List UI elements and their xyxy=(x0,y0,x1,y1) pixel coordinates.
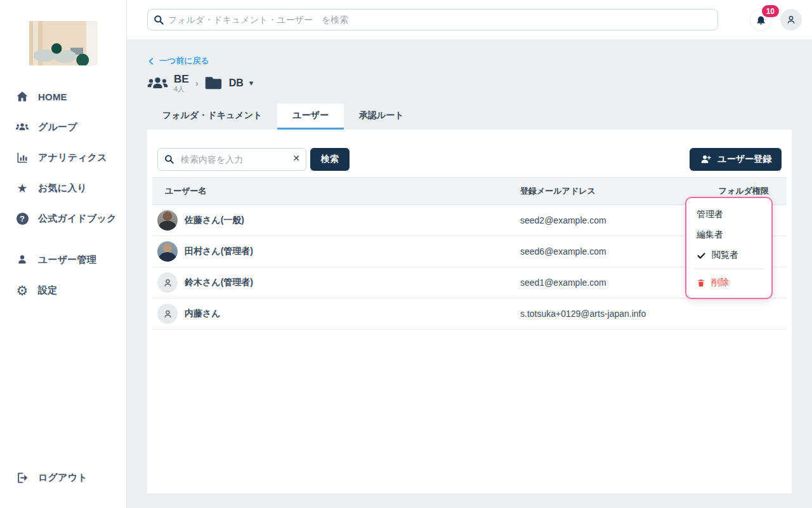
sidebar-nav-main: HOME グループ アナリティクス ★ お気に入り ? 公式ガイドブック xyxy=(0,81,126,234)
users-icon xyxy=(15,121,29,133)
notification-badge: 10 xyxy=(762,5,779,17)
group-member-count: 4人 xyxy=(174,85,189,93)
back-link-label: 一つ前に戻る xyxy=(159,55,209,67)
global-search-input[interactable] xyxy=(147,9,718,30)
tab-users[interactable]: ユーザー xyxy=(277,104,344,130)
user-avatar-placeholder xyxy=(157,304,178,324)
sidebar: HOME グループ アナリティクス ★ お気に入り ? 公式ガイドブック xyxy=(0,0,127,508)
register-user-button[interactable]: ユーザー登録 xyxy=(690,148,782,171)
sidebar-item-label: 設定 xyxy=(38,284,57,297)
permission-menu: 管理者 編集者 閲覧者 削除 xyxy=(685,197,773,299)
column-header-permission: フォルダ権限 xyxy=(698,185,787,197)
global-search xyxy=(147,9,718,30)
user-name: 内藤さん xyxy=(185,308,221,319)
tab-approval-route[interactable]: 承認ルート xyxy=(344,104,419,130)
permission-option-viewer-checked[interactable]: 閲覧者 xyxy=(686,245,771,265)
sidebar-logout: ログアウト xyxy=(0,462,126,493)
sidebar-item-label: ログアウト xyxy=(38,472,88,484)
table-row: 内藤さん s.totsuka+0129@arts-japan.info xyxy=(152,298,787,330)
user-name: 鈴木さん(管理者) xyxy=(185,277,253,288)
person-icon xyxy=(785,14,797,25)
logout-icon xyxy=(15,472,29,484)
user-avatar-placeholder xyxy=(157,272,178,293)
user-avatar xyxy=(157,241,178,262)
search-icon xyxy=(153,14,164,25)
user-icon xyxy=(15,254,29,265)
user-search: ✕ xyxy=(157,148,306,171)
search-icon xyxy=(164,154,174,164)
tabs: フォルダ・ドキュメント ユーザー 承認ルート xyxy=(147,104,792,130)
user-name: 田村さん(管理者) xyxy=(185,246,253,257)
sidebar-item-home[interactable]: HOME xyxy=(0,81,126,112)
clear-icon[interactable]: ✕ xyxy=(292,153,300,163)
user-email: seed2@example.com xyxy=(520,215,698,225)
logo-image xyxy=(29,21,98,65)
users-toolbar: ✕ 検索 ユーザー登録 xyxy=(152,130,787,177)
user-search-input[interactable] xyxy=(157,148,306,171)
group-name: BE xyxy=(174,74,189,86)
chevron-left-icon xyxy=(147,57,155,65)
tab-folders-documents[interactable]: フォルダ・ドキュメント xyxy=(147,104,277,130)
group-icon xyxy=(147,76,168,91)
star-icon: ★ xyxy=(15,182,29,194)
sidebar-item-label: ユーザー管理 xyxy=(38,254,96,266)
home-icon xyxy=(15,90,29,103)
sidebar-item-label: グループ xyxy=(38,121,77,133)
sidebar-item-label: お気に入り xyxy=(38,182,87,194)
permission-option-editor[interactable]: 編集者 xyxy=(686,225,771,245)
permission-option-delete[interactable]: 削除 xyxy=(686,272,771,293)
sidebar-item-guidebook[interactable]: ? 公式ガイドブック xyxy=(0,203,126,234)
user-avatar xyxy=(157,210,178,231)
search-button[interactable]: 検索 xyxy=(310,148,350,171)
top-actions: 10 xyxy=(750,9,802,30)
users-panel: ✕ 検索 ユーザー登録 ユーザー名 登録メールアドレス フォルダ権限 佐 xyxy=(147,130,792,493)
analytics-icon xyxy=(15,151,29,164)
folder-name: DB xyxy=(229,77,244,89)
sidebar-nav-admin: ユーザー管理 ⚙ 設定 xyxy=(0,244,126,305)
permission-option-admin[interactable]: 管理者 xyxy=(686,204,771,225)
chevron-right-icon: › xyxy=(195,77,199,88)
user-email: seed6@example.com xyxy=(520,246,698,257)
user-email: seed1@example.com xyxy=(520,277,698,288)
folder-dropdown-trigger[interactable]: DB ▾ xyxy=(205,76,254,90)
logout-button[interactable]: ログアウト xyxy=(0,462,126,493)
check-icon xyxy=(697,251,706,260)
breadcrumb: BE 4人 › DB ▾ xyxy=(147,74,792,93)
menu-divider xyxy=(694,269,764,269)
sidebar-item-label: HOME xyxy=(38,91,67,102)
help-icon: ? xyxy=(15,213,29,225)
back-link[interactable]: 一つ前に戻る xyxy=(147,55,209,67)
sidebar-item-groups[interactable]: グループ xyxy=(0,112,126,142)
column-header-username: ユーザー名 xyxy=(152,185,520,197)
main-area: 10 一つ前に戻る BE 4人 xyxy=(127,0,812,508)
notifications: 10 xyxy=(750,9,771,30)
column-header-email: 登録メールアドレス xyxy=(520,185,698,197)
breadcrumb-group[interactable]: BE 4人 xyxy=(147,74,189,93)
sidebar-item-settings[interactable]: ⚙ 設定 xyxy=(0,275,126,305)
sidebar-item-analytics[interactable]: アナリティクス xyxy=(0,142,126,173)
user-email: s.totsuka+0129@arts-japan.info xyxy=(520,309,698,319)
sidebar-item-favorites[interactable]: ★ お気に入り xyxy=(0,173,126,203)
gear-icon: ⚙ xyxy=(15,284,29,297)
sidebar-item-label: アナリティクス xyxy=(38,152,107,164)
top-bar: 10 xyxy=(127,0,812,39)
caret-down-icon: ▾ xyxy=(249,78,254,88)
person-add-icon xyxy=(700,154,712,164)
folder-icon xyxy=(205,76,223,90)
user-name: 佐藤さん(一般) xyxy=(185,215,244,226)
account-button[interactable] xyxy=(780,9,802,30)
trash-icon xyxy=(697,278,705,288)
sidebar-item-user-management[interactable]: ユーザー管理 xyxy=(0,244,126,275)
sidebar-item-label: 公式ガイドブック xyxy=(38,213,117,225)
